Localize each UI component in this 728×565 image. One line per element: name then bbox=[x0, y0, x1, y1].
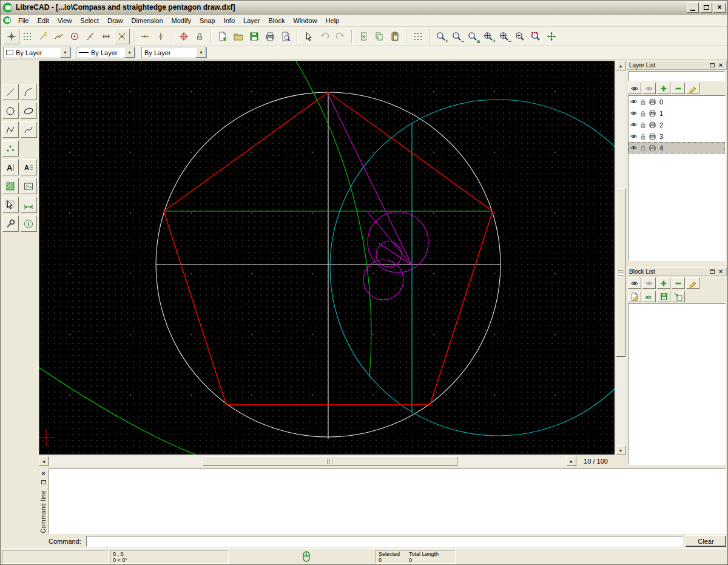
tool-info-button[interactable]: i bbox=[21, 215, 37, 232]
tool-polyline-button[interactable] bbox=[2, 121, 19, 138]
maximize-button[interactable] bbox=[700, 2, 712, 13]
menu-dimension[interactable]: Dimension bbox=[127, 15, 167, 26]
horizontal-scroll-track[interactable] bbox=[49, 456, 567, 466]
menu-modify[interactable]: Modify bbox=[167, 15, 195, 26]
snap-endpoint-button[interactable] bbox=[35, 29, 51, 44]
snap-distance-button[interactable] bbox=[98, 29, 114, 44]
snap-intersection-button[interactable] bbox=[114, 29, 130, 44]
zoom-auto-button[interactable]: a bbox=[465, 29, 480, 44]
menu-snap[interactable]: Snap bbox=[195, 15, 220, 26]
layer-visibility-icon[interactable] bbox=[630, 121, 638, 129]
block-list-titlebar[interactable]: Block List × bbox=[627, 267, 727, 276]
snap-on-entity-button[interactable] bbox=[51, 29, 67, 44]
cut-button[interactable] bbox=[356, 29, 371, 44]
layer-lock-icon[interactable] bbox=[639, 121, 647, 129]
tool-line-button[interactable] bbox=[2, 84, 19, 100]
chevron-down-icon[interactable]: ▼ bbox=[60, 47, 70, 58]
command-history[interactable] bbox=[49, 469, 726, 534]
scroll-down-button[interactable]: ▼ bbox=[616, 445, 625, 455]
vertical-scrollbar[interactable]: ▲ ▼ bbox=[616, 61, 625, 455]
close-button[interactable]: × bbox=[713, 2, 726, 13]
menu-select[interactable]: Select bbox=[76, 15, 103, 26]
set-relative-zero-button[interactable] bbox=[176, 29, 192, 44]
undo-button[interactable] bbox=[317, 29, 332, 44]
hide-all-layers-button[interactable] bbox=[642, 83, 656, 94]
copy-button[interactable] bbox=[371, 29, 387, 44]
layer-print-icon[interactable] bbox=[649, 109, 656, 117]
construction-arc-large[interactable] bbox=[296, 61, 371, 377]
select-pointer-button[interactable] bbox=[301, 29, 317, 44]
layer-row[interactable]: 3 bbox=[629, 130, 725, 142]
tool-text-button[interactable]: A bbox=[2, 159, 19, 175]
tool-spline-button[interactable] bbox=[21, 121, 37, 138]
color-combobox[interactable]: By Layer ▼ bbox=[3, 47, 71, 58]
title-bar[interactable]: LibreCAD - [...io\Compass and straighted… bbox=[1, 1, 727, 15]
grid-toggle-button[interactable] bbox=[410, 29, 426, 44]
snap-free-button[interactable] bbox=[4, 29, 19, 44]
layer-filter-input[interactable] bbox=[629, 71, 725, 81]
print-preview-button[interactable] bbox=[278, 29, 294, 44]
clear-button[interactable]: Clear bbox=[686, 535, 726, 547]
menu-view[interactable]: View bbox=[53, 15, 76, 26]
construction-circle-cyan[interactable] bbox=[330, 100, 615, 436]
edit-layer-button[interactable] bbox=[686, 83, 699, 94]
layer-row[interactable]: 2 bbox=[629, 119, 725, 130]
line-width-combobox[interactable]: By Layer ▼ bbox=[76, 47, 135, 58]
block-attributes-button[interactable] bbox=[686, 277, 699, 289]
tool-ellipse-button[interactable] bbox=[21, 103, 37, 119]
command-input[interactable] bbox=[86, 536, 683, 547]
layer-lock-icon[interactable] bbox=[639, 110, 647, 117]
menu-window[interactable]: Window bbox=[289, 15, 321, 26]
snap-center-button[interactable] bbox=[67, 29, 83, 44]
insert-block-button[interactable] bbox=[672, 291, 685, 302]
layer-visibility-icon[interactable] bbox=[630, 144, 638, 152]
dock-close-button[interactable]: × bbox=[717, 268, 724, 275]
tool-image-button[interactable] bbox=[21, 178, 37, 194]
tool-select-button[interactable] bbox=[2, 197, 19, 213]
dock-float-button[interactable] bbox=[709, 268, 716, 275]
horizontal-scrollbar[interactable]: ◄ ► bbox=[39, 456, 576, 466]
tool-circle-button[interactable] bbox=[2, 103, 19, 119]
redo-button[interactable] bbox=[332, 29, 348, 44]
magenta-circle-3[interactable] bbox=[376, 242, 402, 267]
lock-relative-zero-button[interactable] bbox=[192, 29, 207, 44]
menu-edit[interactable]: Edit bbox=[33, 15, 53, 26]
remove-block-button[interactable] bbox=[672, 277, 685, 289]
open-file-button[interactable] bbox=[231, 29, 246, 44]
layer-lock-icon[interactable] bbox=[639, 144, 647, 152]
restrict-horizontal-button[interactable] bbox=[137, 29, 153, 44]
construction-arc-bottom-left[interactable] bbox=[39, 368, 198, 455]
show-all-layers-button[interactable] bbox=[628, 83, 641, 94]
minimize-button[interactable] bbox=[687, 2, 699, 13]
tool-point-button[interactable] bbox=[2, 140, 19, 157]
zoom-in-button[interactable]: + bbox=[433, 29, 449, 44]
rename-block-button[interactable]: ab bbox=[642, 291, 656, 302]
menu-info[interactable]: Info bbox=[220, 15, 239, 26]
dock-float-button[interactable] bbox=[40, 478, 47, 485]
zoom-previous-button[interactable] bbox=[512, 29, 528, 44]
layer-lock-icon[interactable] bbox=[639, 133, 647, 140]
magenta-line-2[interactable] bbox=[379, 243, 412, 265]
snap-grid-button[interactable] bbox=[19, 29, 35, 44]
tool-hatch-button[interactable] bbox=[2, 178, 19, 194]
hide-all-blocks-button[interactable] bbox=[642, 277, 656, 289]
vertical-scroll-thumb[interactable] bbox=[616, 188, 625, 357]
dock-close-button[interactable]: × bbox=[40, 470, 47, 477]
save-block-button[interactable] bbox=[657, 291, 670, 302]
chevron-down-icon[interactable]: ▼ bbox=[196, 47, 206, 58]
layer-list[interactable]: 0 1 2 3 bbox=[628, 95, 726, 261]
horizontal-scroll-thumb[interactable] bbox=[203, 456, 457, 466]
layer-visibility-icon[interactable] bbox=[630, 109, 638, 117]
block-list[interactable] bbox=[628, 303, 726, 465]
scroll-right-button[interactable]: ► bbox=[567, 456, 576, 466]
layer-row[interactable]: 0 bbox=[629, 96, 725, 107]
layer-row[interactable]: 1 bbox=[629, 107, 725, 119]
tool-modify-button[interactable] bbox=[2, 215, 19, 232]
zoom-point-out-button[interactable]: − bbox=[496, 29, 512, 44]
dock-close-button[interactable]: × bbox=[717, 62, 724, 69]
menu-draw[interactable]: Draw bbox=[103, 15, 127, 26]
layer-visibility-icon[interactable] bbox=[630, 132, 638, 140]
layer-print-icon[interactable] bbox=[649, 144, 656, 152]
menu-layer[interactable]: Layer bbox=[239, 15, 265, 26]
zoom-out-button[interactable]: − bbox=[449, 29, 465, 44]
